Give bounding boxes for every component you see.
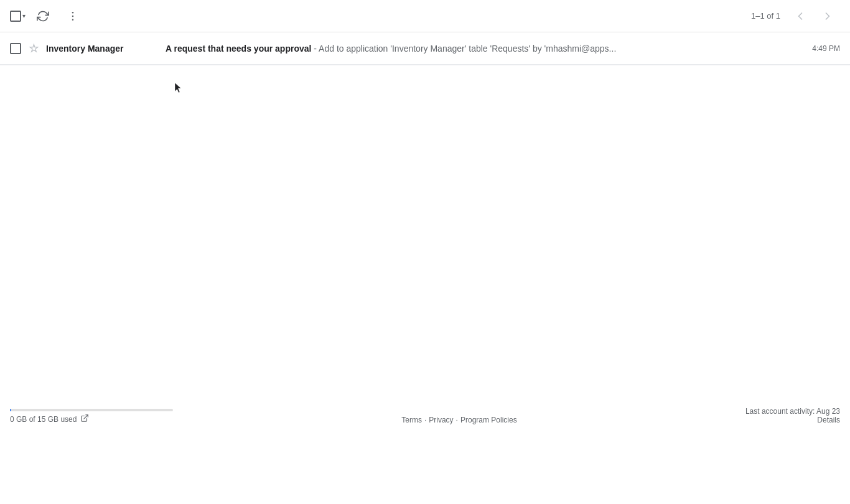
footer: 0 GB of 15 GB used Terms · Privacy · Pro… [0,407,850,429]
star-icon[interactable]: ☆ [29,42,39,55]
privacy-link[interactable]: Privacy [429,416,453,424]
empty-space [0,65,850,352]
toolbar: ▾ 1–1 of 1 [0,0,850,32]
chevron-left-icon [794,10,806,22]
storage-bar-fill [10,409,11,411]
chevron-right-icon [821,10,834,22]
svg-point-0 [72,11,74,13]
email-time: 4:49 PM [812,44,840,53]
storage-text: 0 GB of 15 GB used [10,414,173,424]
footer-links: Terms · Privacy · Program Policies [401,416,516,424]
chevron-down-icon: ▾ [22,12,26,19]
separator-2: · [456,416,458,424]
terms-link[interactable]: Terms [401,416,422,424]
more-vert-icon [67,10,79,22]
next-page-button[interactable] [815,4,840,29]
storage-label: 0 GB of 15 GB used [10,415,77,424]
last-activity-text: Last account activity: Aug 23 [745,407,840,416]
separator-1: · [424,416,426,424]
more-options-button[interactable] [60,4,85,29]
select-all-checkbox[interactable] [10,11,21,22]
details-link[interactable]: Details [745,416,840,424]
toolbar-left: ▾ [10,4,85,29]
email-checkbox[interactable] [10,43,21,54]
email-sender: Inventory Manager [46,44,158,54]
email-subject: A request that needs your approval [166,44,311,54]
toolbar-right: 1–1 of 1 [751,4,840,29]
email-list: ☆ Inventory Manager A request that needs… [0,32,850,65]
prev-page-button[interactable] [788,4,813,29]
email-row[interactable]: ☆ Inventory Manager A request that needs… [0,32,850,65]
email-subject-preview: A request that needs your approval - Add… [166,44,800,54]
external-link-icon[interactable] [80,414,89,424]
select-all-dropdown[interactable]: ▾ [10,11,26,22]
svg-point-2 [72,19,74,21]
refresh-button[interactable] [30,4,55,29]
svg-line-3 [84,415,88,419]
last-activity: Last account activity: Aug 23 Details [745,407,840,424]
refresh-icon [37,10,49,22]
pagination-label: 1–1 of 1 [751,11,780,21]
email-preview: - Add to application 'Inventory Manager'… [311,44,616,54]
program-policies-link[interactable]: Program Policies [460,416,517,424]
storage-bar-container [10,409,173,411]
svg-point-1 [72,15,74,17]
storage-section: 0 GB of 15 GB used [10,409,173,424]
